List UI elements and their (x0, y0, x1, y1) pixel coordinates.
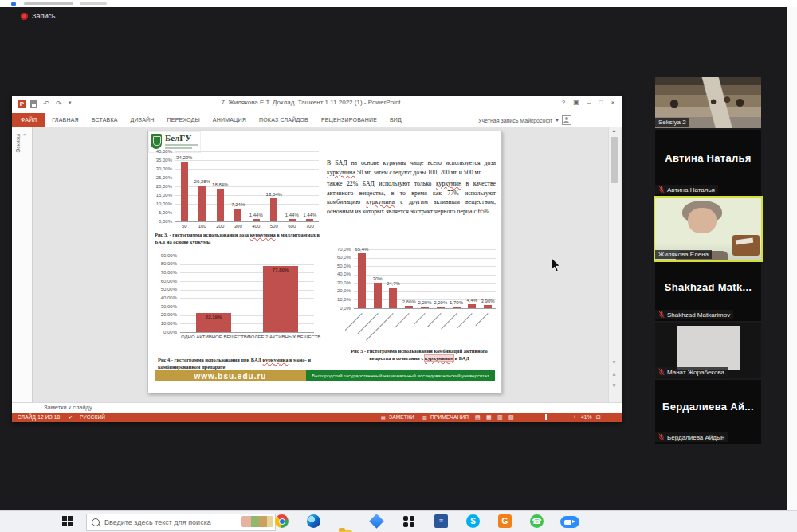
remnant-text (80, 2, 107, 5)
account-label: Учетная запись Майкрософт (478, 118, 552, 123)
mic-muted-icon (658, 368, 665, 376)
window-title: 7. Жилякова Е.Т. Доклад. Ташкент 1.11.20… (183, 99, 438, 106)
zoom-out-button[interactable]: − (520, 414, 523, 420)
powerpoint-app-icon: P (18, 100, 26, 108)
notes-toggle[interactable]: ЗАМЕТКИ (389, 414, 414, 420)
tab-home[interactable]: ГЛАВНАЯ (45, 113, 85, 127)
logo-subline (165, 144, 198, 146)
slide-canvas: 0,00%5,00%10,00%15,00%20,00%25,00%30,00%… (147, 131, 502, 393)
thumbnails-pane-label: Эскизы (15, 134, 21, 153)
help-button[interactable]: ? (558, 99, 569, 106)
notes-pane[interactable] (12, 402, 622, 413)
tab-review[interactable]: РЕЦЕНЗИРОВАНИЕ (315, 113, 383, 127)
record-icon (21, 13, 28, 20)
logo-text: БелГУ (165, 134, 198, 143)
mouse-cursor (550, 258, 563, 272)
participant-display-name: Shakhzad Matk... (655, 281, 761, 293)
ribbon-options-button[interactable]: ▣ (571, 99, 582, 106)
comments-toggle[interactable]: ПРИМЕЧАНИЯ (430, 414, 469, 420)
qat-dropdown-icon[interactable]: ▾ (69, 100, 72, 106)
view-sorter-button[interactable]: ▦ (486, 414, 492, 421)
fig5-caption: Рис 5 - гистограмма использования комбин… (344, 348, 494, 362)
caret-icon: ▾ (556, 117, 559, 123)
mic-muted-icon (658, 433, 665, 441)
tab-file[interactable]: ФАЙЛ (12, 113, 45, 127)
tab-view[interactable]: ВИД (383, 113, 408, 127)
participant-tile[interactable]: Seksiya 2 (655, 77, 761, 128)
notes-icon: ▤ (381, 414, 386, 420)
mic-muted-icon (658, 186, 665, 194)
view-reading-button[interactable]: ▥ (497, 414, 503, 421)
tab-slideshow[interactable]: ПОКАЗ СЛАЙДОВ (253, 113, 315, 127)
participant-tile[interactable]: Автина Наталья Автина Наталья (655, 130, 761, 196)
fig5-chart: 0,0%10,0%20,0%30,0%40,0%50,0%60,0%70,0%6… (336, 249, 496, 344)
scroll-up-icon[interactable]: ▲ (610, 128, 618, 133)
screen: Запись P ↶ ↷ ▾ 7. Жилякова Е.Т. Доклад. … (0, 0, 797, 532)
previous-slide-button[interactable]: ∧ (610, 371, 618, 377)
scrollbar-thumb[interactable] (611, 137, 618, 183)
fig3-caption: Рис 3. - гистограмма использования доза … (155, 232, 328, 245)
notes-placeholder: Заметки к слайду (44, 404, 92, 411)
participant-name-label: Бердалиева Айдын (655, 432, 728, 442)
chrome-icon[interactable] (275, 514, 289, 528)
pane-close-icon[interactable]: × (23, 132, 26, 137)
next-slide-button[interactable]: ∨ (610, 382, 618, 389)
participant-name-label: Автина Наталья (655, 185, 718, 194)
favicon-dot (11, 2, 16, 6)
slide-paragraph-2: также 22% БАД используют только куркумин… (327, 179, 496, 216)
participant-name-label: Seksiya 2 (655, 118, 689, 127)
fig4-caption: Рис 4.- гистограмма использования при БА… (158, 357, 321, 370)
fig4-chart: 0,00%10,00%20,00%30,00%40,00%50,00%60,00… (158, 256, 314, 368)
start-button[interactable] (62, 516, 73, 526)
participant-name-label: Жилякова Елена (655, 250, 712, 259)
avatar-icon (562, 115, 571, 125)
tab-transitions[interactable]: ПЕРЕХОДЫ (161, 113, 206, 127)
language-status[interactable]: РУССКИЙ (80, 414, 105, 420)
save-icon[interactable] (30, 100, 37, 108)
zoom-slider[interactable] (526, 417, 571, 417)
zoom-slider-thumb[interactable] (545, 414, 547, 420)
fit-slide-button[interactable]: ⊡ (596, 414, 601, 421)
minimize-button[interactable]: – (583, 99, 595, 106)
zoom-percent[interactable]: 41% (581, 414, 592, 420)
participant-name-label: Shakhzad Matkarimov (655, 310, 733, 319)
app-grid-icon[interactable] (403, 516, 414, 527)
slide-counter: СЛАЙД 12 ИЗ 18 (18, 414, 60, 420)
footer-url: www.bsu.edu.ru (155, 370, 306, 381)
restore-button[interactable]: □ (595, 99, 607, 106)
browser-remnant-strip (0, 0, 797, 7)
news-widget-icon[interactable] (241, 516, 273, 527)
account-menu[interactable]: Учетная запись Майкрософт ▾ (478, 115, 571, 125)
participant-name-label: Манат Жорабекова (655, 367, 728, 377)
whatsapp-icon[interactable]: ☎ (530, 514, 544, 528)
word-icon[interactable]: ≡ (434, 514, 448, 528)
close-button[interactable]: × (607, 99, 618, 106)
skype-icon[interactable]: S (466, 514, 480, 528)
remnant-text (24, 2, 73, 5)
edge-icon[interactable] (307, 514, 320, 528)
recording-indicator: Запись (21, 11, 56, 21)
g-app-icon[interactable]: G (498, 514, 512, 528)
comments-icon: ▥ (422, 414, 427, 420)
tab-animations[interactable]: АНИМАЦИЯ (206, 113, 253, 127)
zoom-app-icon[interactable] (560, 516, 579, 528)
scroll-down-icon[interactable]: ▼ (610, 360, 618, 365)
redo-button[interactable]: ↷ (56, 100, 62, 108)
spellcheck-icon[interactable]: ✔ (69, 414, 73, 420)
participant-tile[interactable]: Манат Жорабекова (655, 323, 761, 378)
tab-insert[interactable]: ВСТАВКА (85, 113, 124, 127)
slide-paragraph-1: В БАД на основе куркумы чаще всего испол… (327, 158, 496, 177)
undo-button[interactable]: ↶ (43, 100, 49, 108)
taskbar-search[interactable]: Введите здесь текст для поиска (86, 514, 276, 531)
participant-tile-active-speaker[interactable]: Жилякова Елена (655, 198, 761, 260)
recording-label: Запись (32, 12, 56, 20)
view-normal-button[interactable]: ▤ (475, 414, 481, 421)
participant-display-name: Автина Наталья (655, 152, 761, 164)
participant-tile[interactable]: Shakhzad Matk... Shakhzad Matkarimov (655, 262, 761, 321)
participant-tile[interactable]: Бердалиева Ай... Бердалиева Айдын (655, 380, 761, 444)
zoom-in-button[interactable]: + (573, 414, 576, 420)
thumbnails-pane[interactable] (12, 127, 33, 402)
view-slideshow-button[interactable]: ▧ (508, 414, 514, 421)
right-scroll-strip[interactable] (787, 7, 797, 510)
tab-design[interactable]: ДИЗАЙН (124, 113, 161, 127)
